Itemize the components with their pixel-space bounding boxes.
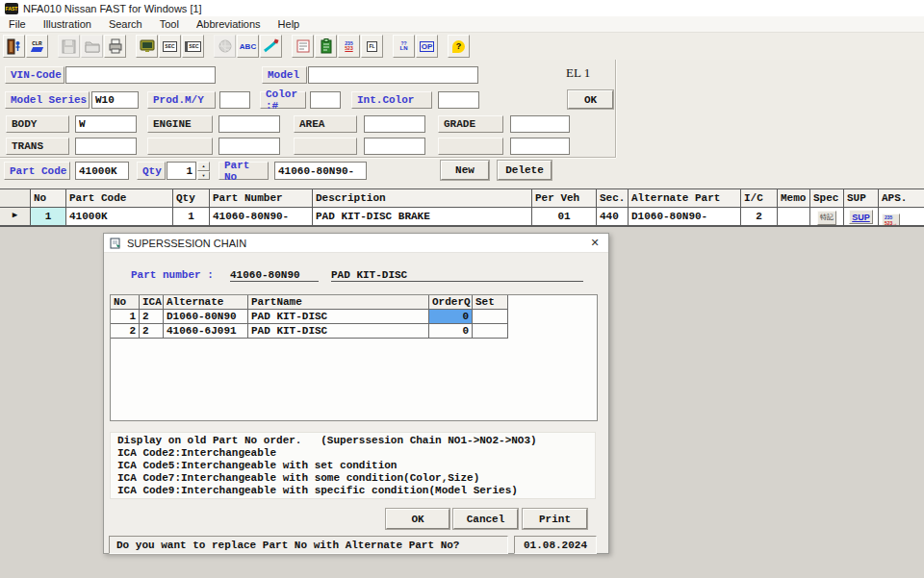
part-number-value: 41060-80N90 bbox=[230, 269, 319, 282]
area-input[interactable] bbox=[364, 115, 425, 133]
form-button[interactable] bbox=[292, 35, 314, 58]
open-button[interactable] bbox=[81, 35, 103, 58]
chain-cell: 2 bbox=[140, 324, 164, 339]
part-no-input[interactable] bbox=[274, 162, 367, 180]
chain-cell bbox=[473, 310, 508, 324]
color-label[interactable]: Color :# bbox=[260, 91, 306, 109]
blank-label-2 bbox=[294, 138, 357, 155]
chain-cell-orderq-selected[interactable]: 0 bbox=[429, 310, 473, 324]
col-sec: Sec. bbox=[597, 188, 629, 208]
part-code-input[interactable] bbox=[75, 162, 129, 180]
grade-label[interactable]: GRADE bbox=[438, 115, 503, 133]
print-button[interactable] bbox=[104, 35, 126, 58]
blank-label-1 bbox=[147, 138, 213, 155]
menu-help[interactable]: Help bbox=[270, 18, 309, 30]
prod-my-label[interactable]: Prod.M/Y bbox=[147, 91, 216, 109]
row-selector-icon[interactable]: ▶ bbox=[0, 208, 31, 227]
exit-button[interactable] bbox=[3, 35, 25, 58]
help-button[interactable]: ? bbox=[448, 35, 470, 58]
body-input[interactable] bbox=[75, 115, 137, 133]
cell-qty: 1 bbox=[173, 208, 210, 227]
sup-button[interactable]: SUP bbox=[849, 210, 873, 224]
form-ok-button[interactable]: OK bbox=[568, 90, 613, 109]
engine-label[interactable]: ENGINE bbox=[147, 115, 213, 133]
menu-tool[interactable]: Tool bbox=[151, 18, 188, 30]
blank-input-3[interactable] bbox=[510, 138, 570, 155]
blank-input-1[interactable] bbox=[218, 138, 280, 155]
delete-button[interactable]: Delete bbox=[498, 161, 552, 180]
engine-input[interactable] bbox=[218, 115, 280, 133]
supersession-dialog: SUPERSSESION CHAIN ✕ Part number : 41060… bbox=[103, 233, 609, 554]
qty-stepper[interactable]: ▲ ▼ bbox=[197, 162, 210, 180]
int-color-input[interactable] bbox=[438, 91, 479, 109]
body-label[interactable]: BODY bbox=[6, 115, 69, 133]
new-button[interactable]: New bbox=[441, 161, 489, 180]
legend-line: ICA Code9:Interchangeable with specific … bbox=[117, 485, 588, 497]
chain-row-2[interactable]: 2 2 41060-6J091 PAD KIT-DISC 0 bbox=[111, 324, 597, 339]
spin-down-icon[interactable]: ▼ bbox=[197, 171, 210, 181]
trans-input[interactable] bbox=[75, 138, 137, 155]
exit-icon bbox=[6, 38, 22, 55]
dialog-title-bar[interactable]: SUPERSSESION CHAIN ✕ bbox=[104, 234, 608, 253]
chain-cell: PAD KIT-DISC bbox=[248, 324, 429, 339]
screen-button[interactable] bbox=[136, 35, 158, 58]
illustration-button[interactable] bbox=[260, 35, 282, 58]
line-number-button[interactable]: ?? LN bbox=[393, 35, 415, 58]
spin-up-icon[interactable]: ▲ bbox=[197, 162, 210, 171]
qty-input[interactable] bbox=[167, 162, 196, 180]
dialog-ok-button[interactable]: OK bbox=[386, 509, 449, 529]
menu-search[interactable]: Search bbox=[100, 18, 151, 30]
chain-cell: 1 bbox=[111, 310, 140, 324]
menu-abbreviations[interactable]: Abbreviations bbox=[188, 18, 270, 30]
sec-index-button[interactable]: SEC bbox=[182, 35, 204, 58]
vin-code-label[interactable]: VIN-Code bbox=[5, 66, 64, 84]
area-label[interactable]: AREA bbox=[294, 115, 357, 133]
ln-icon: LN bbox=[400, 46, 408, 51]
aps-button[interactable]: 235 523→ bbox=[882, 214, 900, 228]
menu-bar: File Illustration Search Tool Abbreviati… bbox=[0, 16, 924, 33]
legend-line: ICA Code5:Interchangeable with set condi… bbox=[117, 460, 588, 472]
trans-label[interactable]: TRANS bbox=[6, 138, 69, 155]
qty-label[interactable]: Qty bbox=[137, 162, 166, 180]
cell-per-veh: 01 bbox=[532, 208, 597, 227]
part-no-label[interactable]: Part No bbox=[218, 162, 269, 180]
dialog-cancel-button[interactable]: Cancel bbox=[453, 509, 518, 529]
spec-button[interactable]: 特記 bbox=[817, 211, 836, 225]
chain-row-1[interactable]: 1 2 D1060-80N90 PAD KIT-DISC 0 bbox=[111, 310, 597, 324]
close-icon[interactable]: ✕ bbox=[587, 237, 603, 249]
clipboard-button[interactable] bbox=[315, 35, 337, 58]
blank-input-2[interactable] bbox=[364, 138, 425, 155]
int-color-label[interactable]: Int.Color bbox=[351, 91, 432, 109]
form-icon bbox=[296, 39, 310, 53]
part-number-button[interactable]: 235 523 bbox=[338, 35, 360, 58]
part-code-label[interactable]: Part Code bbox=[4, 162, 70, 180]
globe-button[interactable] bbox=[214, 35, 236, 58]
model-series-input[interactable] bbox=[91, 91, 139, 109]
menu-file[interactable]: File bbox=[0, 18, 35, 30]
vertical-divider bbox=[615, 60, 617, 158]
fl-button[interactable]: FL bbox=[361, 35, 383, 58]
col-no: No bbox=[31, 188, 66, 208]
save-button[interactable] bbox=[58, 35, 80, 58]
chain-cell bbox=[473, 324, 508, 339]
dialog-title: SUPERSSESION CHAIN bbox=[127, 238, 587, 249]
ica-legend: Display on old Part No order. (Supersses… bbox=[110, 432, 596, 499]
dialog-print-button[interactable]: Print bbox=[523, 509, 587, 529]
model-series-label[interactable]: Model Series bbox=[5, 91, 90, 109]
model-label[interactable]: Model bbox=[262, 66, 307, 84]
abc-button[interactable]: ABC bbox=[237, 35, 259, 58]
color-input[interactable] bbox=[310, 91, 341, 109]
sec-button[interactable]: SEC bbox=[159, 35, 181, 58]
clear-button[interactable]: CLR bbox=[26, 35, 48, 58]
el-indicator: EL 1 bbox=[566, 65, 590, 81]
grade-input[interactable] bbox=[510, 115, 570, 133]
col-per-veh: Per Veh bbox=[532, 188, 597, 208]
legend-line: Display on old Part No order. (Supersses… bbox=[117, 435, 588, 447]
table-row[interactable]: ▶ 1 41000K 1 41060-80N90- PAD KIT-DISC B… bbox=[0, 208, 924, 227]
menu-illustration[interactable]: Illustration bbox=[35, 18, 100, 30]
model-input[interactable] bbox=[308, 66, 478, 84]
op-button[interactable]: OP bbox=[416, 35, 438, 58]
fl-icon: FL bbox=[367, 41, 376, 52]
vin-code-input[interactable] bbox=[65, 66, 216, 84]
prod-my-input[interactable] bbox=[219, 91, 250, 109]
